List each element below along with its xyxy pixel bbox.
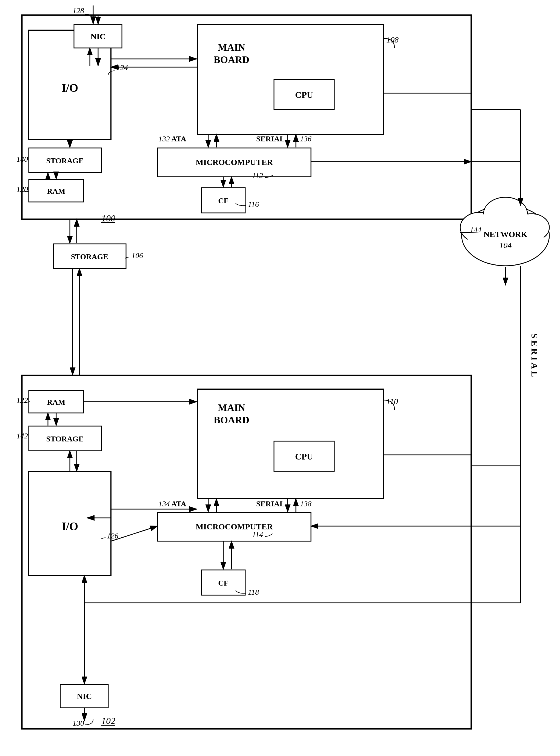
svg-text:ATA: ATA — [171, 135, 186, 143]
svg-text:142: 142 — [16, 432, 28, 440]
svg-text:SERIAL: SERIAL — [529, 333, 539, 379]
svg-text:CPU: CPU — [295, 452, 313, 461]
svg-text:RAM: RAM — [47, 398, 65, 406]
svg-text:104: 104 — [499, 241, 512, 250]
svg-text:I/O: I/O — [62, 82, 78, 94]
svg-text:CF: CF — [218, 197, 228, 205]
svg-text:144: 144 — [470, 225, 481, 234]
svg-text:RAM: RAM — [47, 187, 65, 195]
svg-text:NETWORK: NETWORK — [484, 230, 528, 239]
svg-text:122: 122 — [16, 396, 28, 404]
svg-text:CF: CF — [218, 579, 228, 587]
svg-text:NIC: NIC — [77, 692, 92, 701]
svg-text:106: 106 — [132, 251, 143, 260]
block-diagram-svg: CPU CPU MAIN BOARD MAIN BOARD 108 110 I/… — [0, 0, 560, 756]
svg-text:BOARD: BOARD — [214, 54, 249, 65]
svg-text:CPU: CPU — [295, 90, 313, 100]
svg-text:138: 138 — [300, 499, 312, 508]
svg-text:SERIAL: SERIAL — [256, 135, 285, 143]
svg-text:108: 108 — [386, 35, 399, 44]
svg-text:I/O: I/O — [62, 520, 78, 533]
svg-text:MICROCOMPUTER: MICROCOMPUTER — [196, 522, 273, 531]
svg-text:136: 136 — [300, 135, 312, 143]
svg-text:134: 134 — [158, 499, 170, 508]
svg-text:126: 126 — [107, 532, 118, 540]
svg-text:MAIN: MAIN — [218, 402, 245, 413]
svg-point-50 — [488, 202, 523, 228]
svg-text:MAIN: MAIN — [218, 42, 245, 53]
svg-text:114: 114 — [252, 530, 263, 539]
svg-text:128: 128 — [73, 6, 84, 15]
svg-text:100: 100 — [101, 213, 115, 223]
svg-text:116: 116 — [248, 200, 259, 208]
svg-text:112: 112 — [252, 171, 263, 180]
svg-text:130: 130 — [73, 719, 84, 727]
svg-text:MICROCOMPUTER: MICROCOMPUTER — [196, 158, 273, 166]
svg-text:NIC: NIC — [91, 32, 105, 41]
svg-text:SERIAL: SERIAL — [256, 499, 285, 508]
diagram: CPU CPU MAIN BOARD MAIN BOARD 108 110 I/… — [0, 0, 560, 756]
svg-text:102: 102 — [101, 716, 115, 726]
svg-text:120: 120 — [16, 185, 28, 194]
svg-text:ATA: ATA — [171, 499, 186, 508]
svg-text:118: 118 — [248, 588, 259, 596]
svg-text:STORAGE: STORAGE — [71, 252, 108, 261]
svg-text:STORAGE: STORAGE — [46, 157, 84, 165]
svg-text:BOARD: BOARD — [214, 415, 249, 425]
svg-text:140: 140 — [16, 155, 28, 163]
svg-text:STORAGE: STORAGE — [46, 435, 84, 443]
svg-text:132: 132 — [158, 135, 170, 143]
svg-text:110: 110 — [386, 397, 398, 406]
